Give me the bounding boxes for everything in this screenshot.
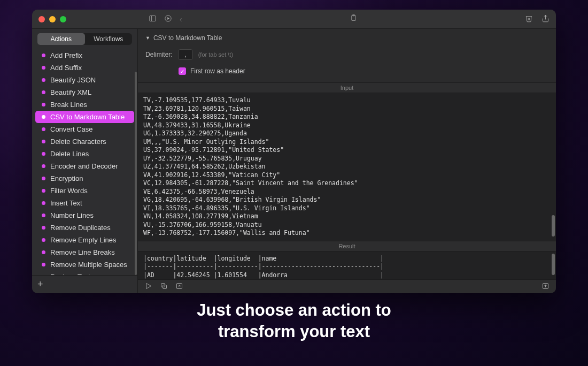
- bullet-icon: [42, 115, 45, 119]
- copy-icon[interactable]: [160, 282, 168, 292]
- sidebar-item-filter-words[interactable]: Filter Words: [35, 185, 134, 197]
- sidebar-item-label: Delete Lines: [50, 150, 89, 158]
- bullet-icon: [42, 78, 45, 82]
- delimiter-hint: (for tab set \t): [198, 51, 233, 58]
- sidebar-item-encryption[interactable]: Encryption: [35, 172, 134, 185]
- sidebar-item-replace-text[interactable]: Replace Text: [35, 271, 134, 275]
- sidebar-item-label: Remove Multiple Spaces: [50, 261, 127, 269]
- sidebar-item-beautify-json[interactable]: Beautify JSON: [35, 74, 134, 86]
- svg-marker-3: [167, 17, 169, 20]
- delimiter-label: Delimiter:: [145, 51, 173, 58]
- sidebar-item-label: Delete Characters: [50, 138, 106, 146]
- bullet-icon: [42, 201, 45, 205]
- sidebar-item-label: Break Lines: [50, 101, 87, 109]
- sidebar-item-delete-lines[interactable]: Delete Lines: [35, 148, 134, 160]
- export-icon[interactable]: [541, 282, 550, 292]
- share-icon[interactable]: [541, 14, 550, 24]
- sidebar-item-label: Beautify XML: [50, 88, 91, 96]
- input-textarea[interactable]: TV,-7.109535,177.64933,Tuvalu TW,23.6978…: [138, 93, 556, 241]
- svg-marker-7: [146, 283, 151, 288]
- sidebar-tabs: Actions Workflows: [37, 33, 132, 45]
- sidebar-item-remove-duplicates[interactable]: Remove Duplicates: [35, 222, 134, 234]
- sidebar-item-label: Add Prefix: [50, 51, 82, 59]
- action-list: Add PrefixAdd SuffixBeautify JSONBeautif…: [32, 48, 137, 275]
- sidebar-scrollbar[interactable]: [135, 72, 137, 275]
- sidebar-item-add-suffix[interactable]: Add Suffix: [35, 62, 134, 74]
- add-action-button[interactable]: +: [32, 275, 137, 293]
- bullet-icon: [42, 214, 45, 217]
- first-row-header-label: First row as header: [190, 67, 245, 75]
- bullet-icon: [42, 90, 45, 94]
- bullet-icon: [42, 66, 45, 70]
- bullet-icon: [42, 177, 45, 180]
- sidebar: Actions Workflows Add PrefixAdd SuffixBe…: [32, 29, 138, 293]
- bullet-icon: [42, 152, 45, 156]
- sidebar-item-label: Remove Empty Lines: [50, 236, 117, 244]
- sidebar-item-remove-empty-lines[interactable]: Remove Empty Lines: [35, 234, 134, 246]
- sidebar-item-add-prefix[interactable]: Add Prefix: [35, 49, 134, 62]
- sidebar-item-label: Number Lines: [50, 211, 94, 219]
- bullet-icon: [42, 127, 45, 131]
- first-row-header-checkbox[interactable]: ✓: [179, 67, 186, 75]
- content-area: ▼ CSV to Markdown Table Delimiter: (for …: [138, 29, 556, 293]
- bullet-icon: [42, 164, 45, 168]
- sidebar-item-label: Encryption: [50, 174, 83, 182]
- sidebar-item-insert-text[interactable]: Insert Text: [35, 197, 134, 209]
- bullet-icon: [42, 103, 45, 106]
- sidebar-item-label: Insert Text: [50, 199, 82, 207]
- traffic-lights: [38, 16, 145, 22]
- collapse-icon[interactable]: ▼: [145, 35, 150, 41]
- sidebar-toggle-icon[interactable]: [149, 14, 157, 24]
- sidebar-item-label: Encoder and Decoder: [50, 162, 118, 170]
- bullet-icon: [42, 189, 45, 193]
- bullet-icon: [42, 263, 45, 266]
- tab-workflows[interactable]: Workflows: [85, 33, 133, 45]
- trash-icon[interactable]: [525, 14, 533, 24]
- clipboard-icon[interactable]: [350, 14, 358, 24]
- sidebar-item-label: Remove Duplicates: [50, 224, 111, 232]
- sidebar-item-label: Convert Case: [50, 125, 92, 133]
- input-scrollbar[interactable]: [552, 215, 555, 237]
- sidebar-item-label: Filter Words: [50, 187, 88, 195]
- minimize-window-button[interactable]: [49, 16, 56, 22]
- tab-actions[interactable]: Actions: [37, 33, 85, 45]
- sidebar-item-delete-characters[interactable]: Delete Characters: [35, 135, 134, 148]
- sidebar-item-remove-multiple-spaces[interactable]: Remove Multiple Spaces: [35, 258, 134, 271]
- sidebar-item-number-lines[interactable]: Number Lines: [35, 209, 134, 222]
- bullet-icon: [42, 238, 45, 242]
- config-title: CSV to Markdown Table: [153, 34, 222, 42]
- sidebar-item-remove-line-breaks[interactable]: Remove Line Breaks: [35, 246, 134, 258]
- input-pane: Input TV,-7.109535,177.64933,Tuvalu TW,2…: [138, 83, 556, 241]
- sidebar-item-label: CSV to Markdown Table: [50, 113, 125, 121]
- bottom-toolbar: [138, 279, 556, 293]
- marketing-tagline: Just choose an action to transform your …: [0, 300, 588, 343]
- open-external-icon[interactable]: [175, 282, 183, 292]
- bullet-icon: [42, 226, 45, 230]
- bullet-icon: [42, 140, 45, 143]
- action-config-panel: ▼ CSV to Markdown Table Delimiter: (for …: [138, 29, 556, 83]
- sidebar-item-label: Beautify JSON: [50, 76, 96, 84]
- delimiter-input[interactable]: [178, 49, 193, 60]
- run-icon[interactable]: [164, 14, 172, 24]
- svg-rect-0: [150, 16, 156, 21]
- sidebar-item-csv-to-markdown-table[interactable]: CSV to Markdown Table: [35, 111, 134, 123]
- result-textarea[interactable]: |country|latitude |longitude |name | |--…: [138, 251, 556, 279]
- result-scrollbar[interactable]: [552, 254, 555, 275]
- close-window-button[interactable]: [38, 16, 45, 22]
- bullet-icon: [42, 250, 45, 254]
- sidebar-item-encoder-and-decoder[interactable]: Encoder and Decoder: [35, 160, 134, 172]
- input-header: Input: [138, 83, 556, 93]
- sidebar-item-label: Add Suffix: [50, 64, 82, 72]
- maximize-window-button[interactable]: [60, 16, 66, 22]
- app-window: ‹ Actions Workflows Add PrefixAdd Suffix…: [32, 10, 556, 293]
- sidebar-item-convert-case[interactable]: Convert Case: [35, 123, 134, 135]
- sidebar-item-beautify-xml[interactable]: Beautify XML: [35, 86, 134, 98]
- config-title-row: ▼ CSV to Markdown Table: [145, 34, 548, 42]
- sidebar-item-break-lines[interactable]: Break Lines: [35, 98, 134, 111]
- sidebar-item-label: Remove Line Breaks: [50, 248, 115, 256]
- result-pane: Result |country|latitude |longitude |nam…: [138, 241, 556, 279]
- play-icon[interactable]: [144, 282, 152, 292]
- titlebar: ‹: [32, 10, 556, 29]
- bullet-icon: [42, 54, 45, 57]
- result-header: Result: [138, 241, 556, 251]
